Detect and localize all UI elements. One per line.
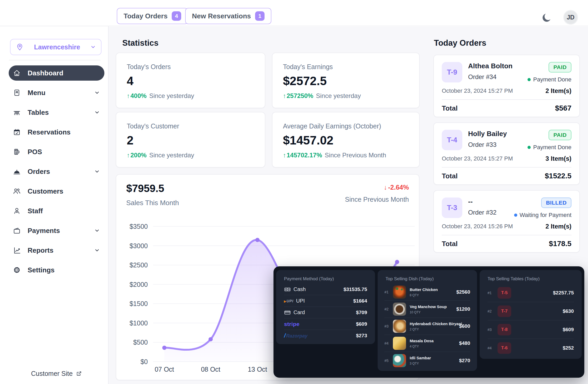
up-arrow-icon: ↑ xyxy=(127,152,130,159)
sidebar-item-reports[interactable]: Reports xyxy=(9,243,104,258)
payment-row: stripe $609 xyxy=(284,318,367,330)
stat-value: $2572.5 xyxy=(283,74,409,88)
dish-name: Veg Manchow Soup xyxy=(410,304,447,309)
new-reservations-button[interactable]: New Reservations 1 xyxy=(185,8,271,24)
order-card[interactable]: T-4 Holly Bailey Order #33 PAID Payment … xyxy=(433,122,580,185)
dark-mode-toggle[interactable] xyxy=(541,12,553,24)
payment-row: Card $709 xyxy=(284,307,367,318)
upi-logo: ▶UPI xyxy=(284,299,293,303)
sidebar-item-label: Menu xyxy=(28,89,45,97)
table-badge: T-6 xyxy=(498,342,511,354)
rank-label: #1 xyxy=(384,290,393,294)
dish-row: #3 Hyderabadi Chicken Biryani 2 QTY $600 xyxy=(384,318,470,335)
order-number: Order #33 xyxy=(468,141,507,148)
table-badge: T-4 xyxy=(442,130,462,150)
gear-icon xyxy=(13,266,21,274)
rank-label: #2 xyxy=(488,309,496,313)
home-icon xyxy=(13,69,21,77)
sidebar-item-pos[interactable]: POS xyxy=(9,144,104,159)
payment-amount: $31535.75 xyxy=(343,287,367,292)
status-note-text: Payment Done xyxy=(533,144,571,151)
svg-text:13 Oct: 13 Oct xyxy=(248,366,267,373)
stat-delta-percent: 145702.17% xyxy=(287,152,322,159)
order-items-count: 2 Item(s) xyxy=(545,223,571,230)
stat-card-todays-orders: Today's Orders 4 ↑400% Since yesterday xyxy=(116,53,265,108)
dish-amount: $480 xyxy=(457,340,470,346)
chevron-down-icon xyxy=(94,90,100,95)
insights-overlay: Payment Method (Today) Cash $31535.75 ▶U… xyxy=(273,266,584,378)
table-amount: $609 xyxy=(563,327,574,333)
customer-name: Althea Bolton xyxy=(468,62,513,70)
svg-text:$500: $500 xyxy=(133,339,148,346)
dish-row: #1 Butter Chicken 8 QTY $2560 xyxy=(384,284,470,301)
people-icon xyxy=(13,187,21,195)
sidebar-item-label: Customers xyxy=(28,187,63,195)
total-label: Total xyxy=(442,104,458,112)
razorpay-logo: /Razorpay xyxy=(284,332,307,339)
sidebar-item-customers[interactable]: Customers xyxy=(9,184,104,199)
sidebar: Lawrenceshire Dashboard Menu xyxy=(8,26,109,384)
wallet-icon xyxy=(13,227,21,235)
svg-text:08 Oct: 08 Oct xyxy=(201,366,220,373)
sidebar-item-label: POS xyxy=(28,148,42,156)
stat-delta-percent: 400% xyxy=(130,92,146,100)
dish-row: #2 Veg Manchow Soup 10 QTY $1200 xyxy=(384,301,470,318)
sidebar-item-payments[interactable]: Payments xyxy=(9,223,104,238)
svg-text:$0: $0 xyxy=(140,358,148,365)
stat-title: Today's Customer xyxy=(127,122,254,130)
panel-title: Payment Method (Today) xyxy=(276,270,375,284)
divider xyxy=(442,235,571,235)
dish-qty: 8 QTY xyxy=(410,293,438,297)
stat-value: 4 xyxy=(127,74,254,88)
dish-name: Butter Chicken xyxy=(410,287,438,292)
app-canvas: Today Orders 4 New Reservations 1 JD Law… xyxy=(0,0,588,384)
new-reservations-button-label: New Reservations xyxy=(192,12,251,20)
avatar[interactable]: JD xyxy=(563,10,578,25)
sidebar-item-dashboard[interactable]: Dashboard xyxy=(9,65,104,81)
status-badge: BILLED xyxy=(541,198,571,208)
sidebar-divider xyxy=(9,60,100,60)
rank-label: #2 xyxy=(384,307,393,311)
stat-title: Today's Earnings xyxy=(283,63,409,71)
sidebar-item-settings[interactable]: Settings xyxy=(9,262,104,278)
dish-amount: $1200 xyxy=(454,306,470,312)
order-card[interactable]: T-9 Althea Bolton Order #34 PAID Payment… xyxy=(433,55,580,117)
sidebar-item-tables[interactable]: Tables xyxy=(9,105,104,120)
location-selector[interactable]: Lawrenceshire xyxy=(10,39,102,55)
dish-row: #4 Masala Dosa 4 QTY $480 xyxy=(384,335,470,352)
order-number: Order #34 xyxy=(468,73,513,81)
stat-title: Today's Orders xyxy=(127,63,254,71)
divider xyxy=(442,99,571,100)
sidebar-item-orders[interactable]: Orders xyxy=(9,164,104,179)
sidebar-item-menu[interactable]: Menu xyxy=(9,85,104,100)
svg-text:$1500: $1500 xyxy=(129,300,148,307)
new-reservations-count-badge: 1 xyxy=(255,11,265,21)
payment-row: ▶UPI UPI $1664 xyxy=(284,295,367,307)
order-items-count: 2 Item(s) xyxy=(545,87,571,95)
dish-qty: 10 QTY xyxy=(410,310,447,314)
dish-qty: 4 QTY xyxy=(410,345,434,348)
stat-delta-note: Since yesterday xyxy=(316,92,361,100)
svg-text:$1000: $1000 xyxy=(129,319,148,327)
sidebar-item-staff[interactable]: Staff xyxy=(9,203,104,219)
customer-name: -- xyxy=(468,198,496,206)
stat-card-average-daily-earnings: Average Daily Earnings (October) $1457.0… xyxy=(272,112,420,168)
payment-method-panel: Payment Method (Today) Cash $31535.75 ▶U… xyxy=(276,270,375,344)
external-link-icon xyxy=(76,371,82,377)
sidebar-item-label: Tables xyxy=(28,108,49,117)
order-card[interactable]: T-3 -- Order #32 BILLED Waiting for Paym… xyxy=(433,190,580,253)
today-orders-button[interactable]: Today Orders 4 xyxy=(117,8,188,24)
payment-method-label: UPI xyxy=(296,298,305,304)
sidebar-item-reservations[interactable]: Reservations xyxy=(9,124,104,140)
dish-qty: 2 QTY xyxy=(410,328,457,331)
total-label: Total xyxy=(442,172,458,180)
total-label: Total xyxy=(442,240,458,248)
cash-icon xyxy=(284,286,291,293)
customer-site-link[interactable]: Customer Site xyxy=(31,370,82,377)
dish-image xyxy=(393,286,406,299)
down-arrow-icon: ↓ xyxy=(384,184,387,191)
dish-row: #5 Idli Sambar 3 QTY $270 xyxy=(384,352,470,369)
stat-delta-percent: 200% xyxy=(130,152,146,159)
person-icon xyxy=(13,207,21,215)
table-badge: T-3 xyxy=(442,198,462,218)
